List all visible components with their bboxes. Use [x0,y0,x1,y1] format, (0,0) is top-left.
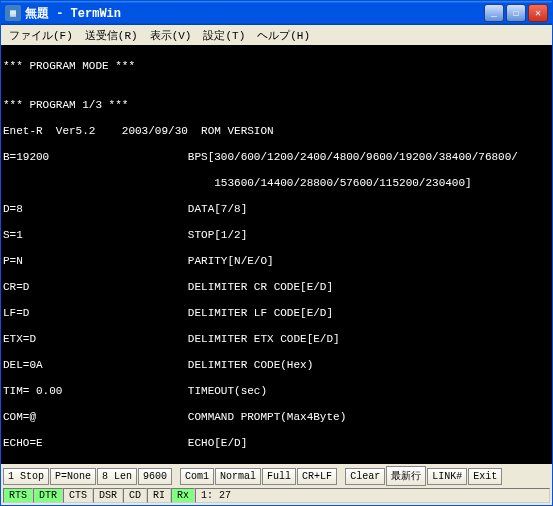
term-line: CR=D DELIMITER CR CODE[E/D] [1,281,552,294]
status-cd: CD [123,488,147,503]
term-line: S=1 STOP[1/2] [1,229,552,242]
menu-view[interactable]: 表示(V) [144,26,198,45]
status-dtr[interactable]: DTR [33,488,63,503]
term-line: P=N PARITY[N/E/O] [1,255,552,268]
terminal[interactable]: *** PROGRAM MODE *** *** PROGRAM 1/3 ***… [1,45,552,464]
normal-button[interactable]: Normal [215,468,261,485]
term-line: 153600/14400/28800/57600/115200/230400] [1,177,552,190]
maximize-button[interactable]: ☐ [506,4,526,22]
app-window: ▦ 無題 - TermWin _ ☐ ✕ ファイル(F) 送受信(R) 表示(V… [0,0,553,506]
exit-button[interactable]: Exit [468,468,502,485]
menu-settings[interactable]: 設定(T) [197,26,251,45]
link-button[interactable]: LINK# [427,468,467,485]
latest-button[interactable]: 最新行 [386,466,426,486]
term-line: D=8 DATA[7/8] [1,203,552,216]
term-line: B=19200 BPS[300/600/1200/2400/4800/9600/… [1,151,552,164]
term-line: *** PROGRAM MODE *** [1,60,552,73]
menubar: ファイル(F) 送受信(R) 表示(V) 設定(T) ヘルプ(H) [1,25,552,45]
len-button[interactable]: 8 Len [97,468,137,485]
status-pos: 1: 27 [195,488,550,503]
minimize-button[interactable]: _ [484,4,504,22]
parity-button[interactable]: P=None [50,468,96,485]
com-button[interactable]: Com1 [180,468,214,485]
status-dsr: DSR [93,488,123,503]
term-line: DTR=D DTR HARD FLOW[E/D] or TCP CONNECT … [1,463,552,464]
close-button[interactable]: ✕ [528,4,548,22]
app-icon: ▦ [5,5,21,21]
status-ri: RI [147,488,171,503]
term-line: *** PROGRAM 1/3 *** [1,99,552,112]
status-rx: Rx [171,488,195,503]
baud-button[interactable]: 9600 [138,468,172,485]
status-rts[interactable]: RTS [3,488,33,503]
menu-file[interactable]: ファイル(F) [3,26,79,45]
window-title: 無題 - TermWin [25,5,484,22]
term-line: Enet-R Ver5.2 2003/09/30 ROM VERSION [1,125,552,138]
term-line: DEL=0A DELIMITER CODE(Hex) [1,359,552,372]
term-line: LF=D DELIMITER LF CODE[E/D] [1,307,552,320]
menu-help[interactable]: ヘルプ(H) [251,26,316,45]
titlebar[interactable]: ▦ 無題 - TermWin _ ☐ ✕ [1,1,552,25]
term-line: TIM= 0.00 TIMEOUT(sec) [1,385,552,398]
term-line: ETX=D DELIMITER ETX CODE[E/D] [1,333,552,346]
button-row: 1 Stop P=None 8 Len 9600 Com1 Normal Ful… [3,466,550,486]
bottombar: 1 Stop P=None 8 Len 9600 Com1 Normal Ful… [1,464,552,505]
status-cts: CTS [63,488,93,503]
crlf-button[interactable]: CR+LF [297,468,337,485]
stop-button[interactable]: 1 Stop [3,468,49,485]
window-buttons: _ ☐ ✕ [484,4,548,22]
term-line: COM=@ COMMAND PROMPT(Max4Byte) [1,411,552,424]
clear-button[interactable]: Clear [345,468,385,485]
full-button[interactable]: Full [262,468,296,485]
menu-recv[interactable]: 送受信(R) [79,26,144,45]
term-line: ECHO=E ECHO[E/D] [1,437,552,450]
status-row: RTS DTR CTS DSR CD RI Rx 1: 27 [3,488,550,503]
